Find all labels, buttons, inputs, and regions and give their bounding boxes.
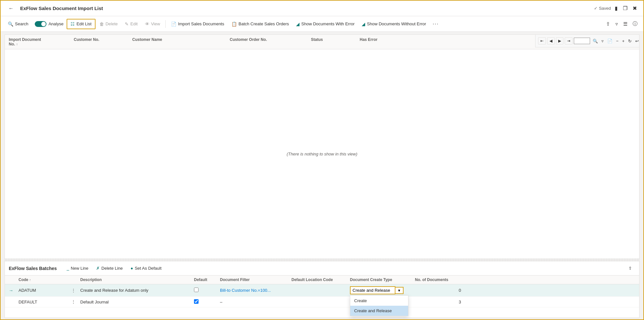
import-sales-documents-button[interactable]: 📄 Import Sales Documents [168,19,227,29]
batches-col-code: Code ↑ [19,277,71,282]
batches-col-default-location-code: Default Location Code [291,277,350,282]
batches-col-arrow [9,277,19,282]
dropdown-option-create[interactable]: Create [350,296,408,306]
edit-icon: ✎ [125,21,129,27]
toolbar: 🔍 Search Analyse ☷ Edit List 🗑 Delete ✎ … [1,16,643,32]
document-create-type-input[interactable] [350,286,395,294]
edit-button[interactable]: ✎ Edit [122,19,141,29]
filter-no-error-icon: ◢ [362,21,365,27]
batch-code-adatum: ADATUM [19,288,71,293]
saved-label: Saved [599,6,611,11]
show-documents-without-error-button[interactable]: ◢ Show Documents Without Error [358,19,429,29]
pag-export-icon-button[interactable]: 📄 [606,38,614,44]
back-button[interactable]: ← [6,3,16,14]
title-bar: ← ExFlow Sales Document Import List ✓ Sa… [1,1,643,16]
pag-refresh-icon-button[interactable]: ↻ [627,38,633,44]
row-menu-button-adatum[interactable]: ⋮ [71,287,76,294]
edit-label: Edit [130,21,137,26]
batch-create-sales-orders-button[interactable]: 📋 Batch Create Sales Orders [228,19,292,29]
batch-document-filter-adatum[interactable]: Bill-to Customer No.=100... [220,288,291,293]
pag-undo-icon-button[interactable]: ↩ [634,38,640,44]
collapse-icon-button[interactable]: ✖ [631,4,638,13]
delete-icon: 🗑 [99,21,104,27]
first-page-button[interactable]: ⇤ [538,37,546,44]
batch-description-adatum: Create and Release for Adatum only [80,288,194,293]
toggle-switch[interactable] [35,21,46,27]
batches-col-document-filter: Document Filter [220,277,291,282]
show-documents-without-error-label: Show Documents Without Error [367,21,426,26]
new-line-icon: ⎯ [67,266,69,271]
batch-document-filter-default: – [220,300,291,304]
batch-row-adatum: → ADATUM ⋮ Create and Release for Adatum… [5,284,639,297]
analyse-label: Analyse [48,21,63,26]
filter-icon-button[interactable]: ▿ [613,20,620,28]
delete-line-label: Delete Line [101,266,123,271]
view-button[interactable]: 👁 View [142,19,163,29]
new-line-button[interactable]: ⎯ New Line [63,264,92,272]
pag-search-icon-button[interactable]: 🔍 [591,38,599,44]
set-default-icon: ● [131,266,133,271]
pag-plus-icon-button[interactable]: + [621,38,626,44]
analyse-toggle[interactable]: Analyse [32,20,66,28]
prev-page-button[interactable]: ◀ [547,37,555,44]
batch-code-default: DEFAULT [19,300,71,304]
import-sales-documents-label: Import Sales Documents [178,21,224,26]
pag-filter-icon-button[interactable]: ▿ [600,38,605,44]
batch-default-checkbox-default[interactable] [194,299,199,304]
title-actions: ✓ Saved ▮ ❐ ✖ [594,4,638,13]
set-as-default-label: Set As Default [135,266,161,271]
set-as-default-button[interactable]: ● Set As Default [127,264,165,272]
batches-col-no-of-docs: No. of Documents [415,277,464,282]
edit-list-button[interactable]: ☷ Edit List [67,19,95,29]
empty-message: (There is nothing to show in this view) [5,49,639,259]
delete-button[interactable]: 🗑 Delete [96,19,121,29]
batches-col-menu [71,277,80,282]
batch-row-default: DEFAULT ⋮ Default Journal – 3 [5,297,639,307]
pagination-area: ⇤ ◀ ▶ ⇥ 🔍 ▿ 📄 − + ↻ ↩ [535,35,639,47]
share-icon-button[interactable]: ⇧ [604,20,612,28]
delete-label: Delete [106,21,118,26]
next-page-button[interactable]: ▶ [556,37,563,44]
col-customer-order-no: Customer Order No. [230,37,311,46]
list-section: ⇤ ◀ ▶ ⇥ 🔍 ▿ 📄 − + ↻ ↩ Import DocumentNo.… [5,34,639,259]
open-external-icon-button[interactable]: ❐ [622,4,629,13]
delete-line-button[interactable]: ✗ Delete Line [93,264,126,272]
batches-right: ⇧ [625,264,635,272]
page-number-input[interactable] [574,38,590,44]
page-title: ExFlow Sales Document Import List [20,6,594,11]
export-icon: ⇧ [628,266,632,271]
batches-export-button[interactable]: ⇧ [625,264,635,272]
batches-col-description: Description [80,277,194,282]
more-options-button[interactable]: ··· [430,19,441,29]
show-documents-with-error-button[interactable]: ◢ Show Documents With Error [293,19,358,29]
dropdown-option-create-and-release[interactable]: Create and Release [350,306,408,316]
col-customer-name: Customer Name [132,37,230,46]
dropdown-arrow-button[interactable]: ▼ [395,287,404,294]
search-icon: 🔍 [8,21,13,27]
batch-create-sales-orders-label: Batch Create Sales Orders [238,21,289,26]
info-icon-button[interactable]: ⓘ [631,19,639,28]
search-button[interactable]: 🔍 Search [5,19,32,29]
batches-section: ExFlow Sales Batches ⎯ New Line ✗ Delete… [5,261,639,318]
last-page-button[interactable]: ⇥ [565,37,573,44]
col-customer-no: Customer No. [74,37,132,46]
row-selected-arrow: → [9,288,19,293]
col-import-doc-no: Import DocumentNo. ↑ [9,37,74,46]
main-content: ⇤ ◀ ▶ ⇥ 🔍 ▿ 📄 − + ↻ ↩ Import DocumentNo.… [1,32,643,320]
batch-create-type-cell-adatum: ▼ Create Create and Release [350,286,415,294]
separator-1 [165,20,166,28]
checkmark-icon: ✓ [594,6,598,11]
batch-no-of-docs-adatum: 0 [415,288,464,293]
pag-minus-icon-button[interactable]: − [615,38,620,44]
batches-title: ExFlow Sales Batches [9,266,57,271]
batch-no-of-docs-default: 3 [415,300,464,304]
new-line-label: New Line [71,266,88,271]
row-menu-button-default[interactable]: ⋮ [71,299,76,305]
edit-list-label: Edit List [76,21,91,26]
batch-default-checkbox-adatum[interactable] [194,288,199,292]
list-view-icon-button[interactable]: ☰ [621,20,629,28]
col-status: Status [311,37,360,46]
search-label: Search [15,21,28,26]
bookmark-icon-button[interactable]: ▮ [613,4,619,13]
import-icon: 📄 [171,21,176,27]
